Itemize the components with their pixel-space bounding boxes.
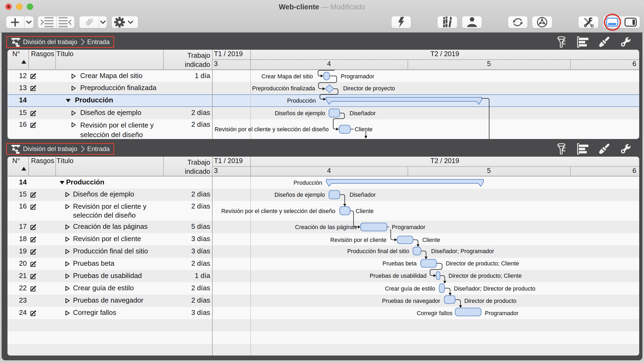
svg-text:Programador: Programador <box>341 73 374 80</box>
svg-text:Diseñador; Director de product: Diseñador; Director de producto <box>454 285 535 292</box>
svg-text:Director de producto: Director de producto <box>464 298 516 304</box>
svg-text:Producción: Producción <box>287 98 316 104</box>
svg-text:Creación de las páginas: Creación de las páginas <box>295 224 357 230</box>
svg-text:Director de proyecto: Director de proyecto <box>343 85 395 92</box>
svg-text:Diseñador; Programador: Diseñador; Programador <box>431 248 494 254</box>
svg-text:Preproducción finalizada: Preproducción finalizada <box>252 85 315 92</box>
svg-text:Diseñador: Diseñador <box>350 192 376 198</box>
svg-text:Cliente: Cliente <box>356 208 374 214</box>
svg-text:Pruebas de navegador: Pruebas de navegador <box>382 298 440 304</box>
svg-text:Programador: Programador <box>392 224 425 230</box>
svg-text:Cliente: Cliente <box>355 126 373 133</box>
svg-text:Producción: Producción <box>293 180 322 186</box>
svg-text:Pruebas de usabilidad: Pruebas de usabilidad <box>370 273 427 279</box>
svg-text:Revisión por el cliente: Revisión por el cliente <box>330 237 386 243</box>
svg-text:Crear guía de estilo: Crear guía de estilo <box>385 285 435 292</box>
svg-text:Corregir fallos: Corregir fallos <box>417 310 453 316</box>
svg-text:Cliente: Cliente <box>422 237 440 243</box>
svg-text:Diseños de ejemplo: Diseños de ejemplo <box>275 110 325 117</box>
svg-text:Programador: Programador <box>485 310 518 316</box>
svg-text:Diseñador: Diseñador <box>350 110 376 117</box>
svg-text:Director de producto; Cliente: Director de producto; Cliente <box>448 273 522 279</box>
svg-text:Pruebas beta: Pruebas beta <box>382 260 417 267</box>
svg-text:Director de producto; Cliente: Director de producto; Cliente <box>446 260 519 267</box>
svg-text:Revisión por el cliente y sele: Revisión por el cliente y selección del … <box>214 126 329 133</box>
svg-text:Crear Mapa del sitio: Crear Mapa del sitio <box>262 73 313 80</box>
svg-text:Producción final del sitio: Producción final del sitio <box>347 248 409 254</box>
svg-text:Diseños de ejemplo: Diseños de ejemplo <box>274 192 325 198</box>
svg-text:Revisión por el cliente y sele: Revisión por el cliente y selección del … <box>221 208 335 214</box>
